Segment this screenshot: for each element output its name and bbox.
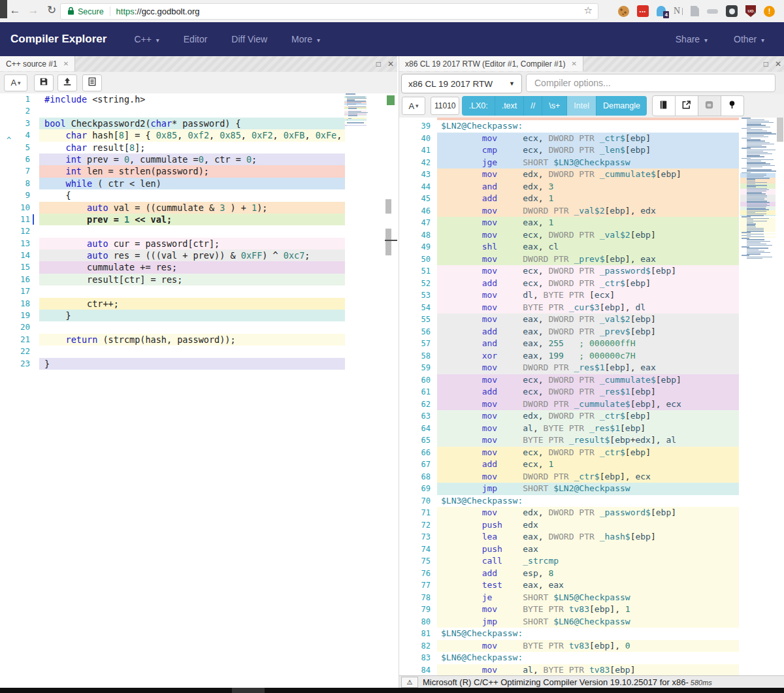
source-code-line[interactable]: 21 return (strcmp(hash, password)); bbox=[0, 334, 397, 346]
filter-button-s[interactable]: \s+ bbox=[542, 96, 567, 116]
dark-camera-extension-icon[interactable] bbox=[726, 5, 738, 17]
scrollbar-thumb[interactable] bbox=[232, 688, 265, 693]
asm-code-line[interactable]: 66 mov ecx, DWORD PTR _ctr$[ebp] bbox=[399, 447, 784, 459]
source-code-line[interactable]: 1#include <string.h> bbox=[0, 93, 397, 105]
asm-code-line[interactable]: 57 and eax, 255 ; 000000ffH bbox=[399, 338, 784, 350]
load-button[interactable] bbox=[57, 74, 77, 91]
asm-code-line[interactable]: 79 mov BYTE PTR tv83[ebp], 1 bbox=[399, 604, 784, 616]
source-code-line[interactable]: 3bool Checkpassword2(char* password) { bbox=[0, 118, 397, 129]
asm-code-line[interactable]: 56 add eax, DWORD PTR _prev$[ebp] bbox=[399, 326, 784, 338]
source-code-line[interactable]: 6 int prev = 0, cummulate =0, ctr = 0; bbox=[0, 153, 397, 165]
asm-code-line[interactable]: 42 jge SHORT $LN3@Checkpassw bbox=[399, 157, 784, 169]
asm-code-line[interactable]: 44 and edx, 3 bbox=[399, 181, 784, 193]
font-size-button[interactable]: A▾ bbox=[402, 97, 425, 115]
asm-code-line[interactable]: 84 mov al, BYTE PTR tv83[ebp] bbox=[399, 664, 784, 676]
password-manager-extension-icon[interactable]: ••• bbox=[637, 5, 649, 17]
font-size-button[interactable]: A▾ bbox=[4, 74, 27, 91]
asm-code-line[interactable]: 82 mov BYTE PTR tv83[ebp], 0 bbox=[399, 640, 784, 653]
output-button[interactable] bbox=[698, 95, 721, 116]
asm-code-line[interactable]: 39$LN2@Checkpassw: bbox=[399, 120, 784, 133]
asm-code-line[interactable]: 81$LN5@Checkpassw: bbox=[399, 628, 784, 640]
filter-button-demangle[interactable]: Demangle bbox=[596, 96, 647, 116]
asm-code-line[interactable]: 40 mov ecx, DWORD PTR _ctr$[ebp] bbox=[399, 133, 784, 145]
asm-code-line[interactable]: 76 add esp, 8 bbox=[399, 568, 784, 580]
asm-code-line[interactable]: 52 add ecx, DWORD PTR _ctr$[ebp] bbox=[399, 278, 784, 290]
filter-button-[interactable]: // bbox=[524, 96, 542, 116]
asm-code-line[interactable]: 64 mov al, BYTE PTR _res$1[ebp] bbox=[399, 423, 784, 435]
asm-code-line[interactable]: 74 push eax bbox=[399, 543, 784, 556]
tab-compiler-output[interactable]: x86 CL 19 2017 RTW (Editor #1, Compiler … bbox=[399, 56, 583, 71]
asm-code-line[interactable]: 41 cmp ecx, DWORD PTR _len$[ebp] bbox=[399, 144, 784, 157]
external-link-button[interactable] bbox=[676, 95, 698, 116]
address-bar[interactable]: Secure https://gcc.godbolt.org ☆ bbox=[60, 3, 598, 20]
source-minimap[interactable] bbox=[344, 93, 367, 126]
pin-button[interactable] bbox=[721, 95, 744, 116]
asm-code-line[interactable]: 70$LN3@Checkpassw: bbox=[399, 495, 784, 508]
asm-code-line[interactable]: 59 mov DWORD PTR _res$1[ebp], eax bbox=[399, 362, 784, 374]
source-code-line[interactable]: 19 } bbox=[0, 310, 397, 321]
document-extension-icon[interactable] bbox=[691, 6, 699, 16]
asm-code-line[interactable]: 69 jmp SHORT $LN2@Checkpassw bbox=[399, 483, 784, 495]
source-code-line[interactable]: 18 ctr++; bbox=[0, 298, 397, 310]
binary-filter-button[interactable]: 11010 bbox=[431, 97, 459, 115]
asm-code-line[interactable]: 47 mov eax, 1 bbox=[399, 217, 784, 229]
asm-code-line[interactable]: 50 mov DWORD PTR _prev$[ebp], eax bbox=[399, 253, 784, 266]
asm-code-line[interactable]: 53 mov dl, BYTE PTR [ecx] bbox=[399, 289, 784, 302]
nav-item-diff-view[interactable]: Diff View bbox=[231, 34, 267, 44]
close-icon[interactable]: ✕ bbox=[775, 59, 781, 69]
forward-icon[interactable]: → bbox=[25, 2, 42, 19]
library-button[interactable] bbox=[652, 95, 676, 116]
asm-code-line[interactable]: 75 call _strcmp bbox=[399, 555, 784, 568]
fold-marker-icon[interactable]: ^ bbox=[7, 136, 11, 145]
asm-code-line[interactable]: 80 jmp SHORT $LN6@Checkpassw bbox=[399, 616, 784, 628]
source-code-line[interactable]: 2 bbox=[0, 105, 397, 117]
asm-code-line[interactable]: 54 mov BYTE PTR _cur$3[ebp], dl bbox=[399, 302, 784, 314]
close-icon[interactable]: ✕ bbox=[387, 59, 394, 69]
source-code-line[interactable]: 20 bbox=[0, 321, 397, 333]
notion-extension-icon[interactable]: N bbox=[674, 6, 683, 16]
tab-cpp-source[interactable]: C++ source #1 ✕ bbox=[0, 56, 75, 71]
nav-item-editor[interactable]: Editor bbox=[184, 34, 208, 44]
source-code-line[interactable]: 7 int len = strlen(password); bbox=[0, 165, 397, 177]
shield-extension-icon[interactable]: UO2 bbox=[745, 5, 756, 17]
assembly-minimap[interactable] bbox=[740, 118, 776, 259]
source-code-line[interactable]: 8 while ( ctr < len) bbox=[0, 178, 397, 189]
asm-code-line[interactable]: 71 mov edx, DWORD PTR _password$[ebp] bbox=[399, 507, 784, 519]
asm-code-line[interactable]: 48 mov ecx, DWORD PTR _val$2[ebp] bbox=[399, 229, 784, 242]
nav-item-other[interactable]: Other ▾ bbox=[734, 34, 764, 44]
source-code-line[interactable]: 16 result[ctr] = res; bbox=[0, 274, 397, 285]
filter-button-lx0[interactable]: .LX0: bbox=[462, 96, 495, 116]
close-icon[interactable]: ✕ bbox=[571, 60, 576, 67]
source-code-line[interactable]: 11 prev = 1 << val; bbox=[0, 214, 397, 225]
assembly-scrollbar-thumb[interactable] bbox=[777, 118, 783, 142]
back-icon[interactable]: ← bbox=[7, 2, 24, 19]
asm-code-line[interactable]: 49 shl eax, cl bbox=[399, 241, 784, 253]
reload-icon[interactable]: ↻ bbox=[43, 2, 60, 19]
source-code-line[interactable]: 17 bbox=[0, 285, 397, 297]
ghost-extension-icon[interactable]: 4 bbox=[657, 6, 666, 16]
source-code-line[interactable]: 13 auto cur = password[ctr]; bbox=[0, 238, 397, 250]
filter-button-text[interactable]: .text bbox=[495, 96, 525, 116]
compiler-select[interactable]: x86 CL 19 2017 RTW ▼ bbox=[401, 74, 522, 93]
paste-button[interactable] bbox=[82, 74, 102, 91]
asm-code-line[interactable]: 60 mov ecx, DWORD PTR _cummulate$[ebp] bbox=[399, 374, 784, 387]
cookie-extension-icon[interactable] bbox=[618, 6, 629, 17]
source-code-editor[interactable]: 1#include <string.h>23bool Checkpassword… bbox=[0, 93, 397, 688]
source-code-line[interactable]: 4 char hash[8] = { 0x85, 0xf2, 0x85, 0xF… bbox=[0, 129, 397, 141]
asm-code-line[interactable]: 83$LN6@Checkpassw: bbox=[399, 652, 784, 664]
asm-code-line[interactable]: 46 mov DWORD PTR _val$2[ebp], edx bbox=[399, 205, 784, 218]
source-code-line[interactable]: 10 auto val = ((cummulate & 3 ) + 1); bbox=[0, 202, 397, 214]
asm-code-line[interactable]: 63 mov edx, DWORD PTR _ctr$[ebp] bbox=[399, 410, 784, 423]
assembly-code-editor[interactable]: 39$LN2@Checkpassw:40 mov ecx, DWORD PTR … bbox=[399, 118, 784, 675]
close-icon[interactable]: ✕ bbox=[63, 60, 69, 67]
source-code-line[interactable]: 23} bbox=[0, 358, 397, 370]
asm-code-line[interactable]: 67 add ecx, 1 bbox=[399, 459, 784, 471]
source-code-line[interactable]: 14 auto res = (((val + prev)) & 0xFF) ^ … bbox=[0, 250, 397, 261]
app-brand[interactable]: Compiler Explorer bbox=[10, 33, 106, 46]
pill-extension-icon[interactable] bbox=[707, 9, 718, 14]
save-button[interactable] bbox=[34, 74, 54, 91]
maximize-icon[interactable]: □ bbox=[764, 59, 768, 69]
source-code-line[interactable]: 12 bbox=[0, 225, 397, 237]
asm-code-line[interactable]: 55 mov eax, DWORD PTR _val$2[ebp] bbox=[399, 314, 784, 326]
asm-code-line[interactable]: 61 add ecx, DWORD PTR _res$1[ebp] bbox=[399, 386, 784, 398]
